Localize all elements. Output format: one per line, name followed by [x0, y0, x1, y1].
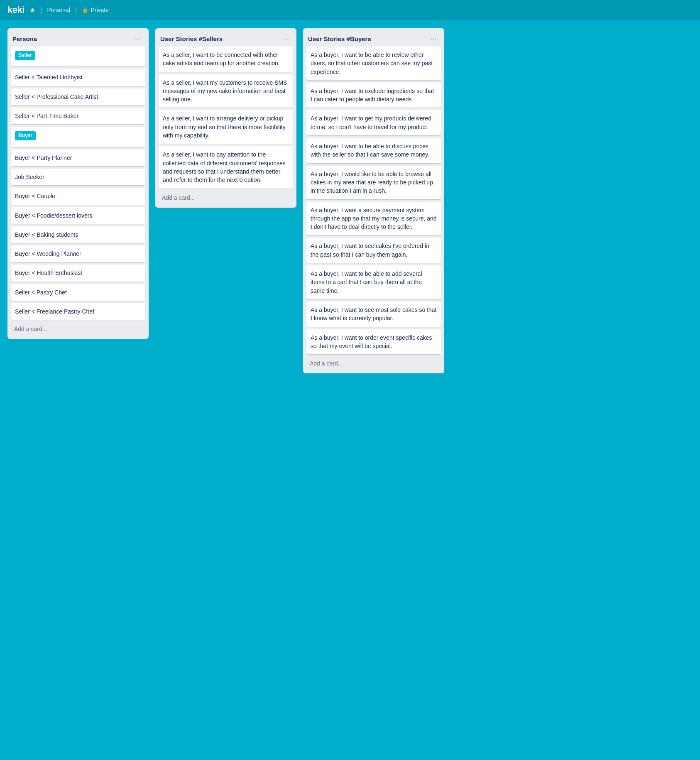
badge-buyer: Buyer [15, 131, 36, 140]
card-user-stories-buyers-1[interactable]: As a buyer, I want to exclude ingredient… [306, 83, 441, 108]
card-persona-0[interactable]: Seller [11, 47, 145, 66]
app-logo: keki [7, 5, 24, 15]
card-user-stories-buyers-7[interactable]: As a buyer, I want to be able to add sev… [306, 265, 441, 299]
card-user-stories-sellers-1[interactable]: As a seller, I want my customers to rece… [159, 74, 293, 108]
column-user-stories-buyers: User Stories #Buyers···As a buyer, I wan… [303, 28, 444, 373]
column-user-stories-sellers: User Stories #Sellers···As a seller, I w… [155, 28, 296, 208]
card-persona-8[interactable]: Buyer < Foodie/dessert lovers [11, 207, 145, 224]
column-menu-button-user-stories-sellers[interactable]: ··· [280, 34, 291, 43]
card-user-stories-buyers-0[interactable]: As a buyer, I want to be able to review … [306, 47, 441, 80]
card-persona-5[interactable]: Buyer < Party Planner [11, 150, 145, 166]
card-user-stories-sellers-2[interactable]: As a seller, I want to arrange delivery … [159, 110, 293, 144]
column-title-persona: Persona [12, 35, 37, 42]
privacy-label[interactable]: 🔒 Private [82, 7, 109, 13]
card-user-stories-buyers-4[interactable]: As a buyer, I would like to be able to b… [306, 166, 441, 199]
board: Persona···SellerSeller < Talented Hobbyi… [0, 20, 700, 382]
app-header: keki ★ | Personal | 🔒 Private [0, 0, 700, 20]
card-persona-13[interactable]: Seller < Freelance Pastry Chef [11, 303, 145, 320]
card-persona-10[interactable]: Buyer < Wedding Planner [11, 245, 145, 262]
column-menu-button-persona[interactable]: ··· [132, 34, 144, 43]
card-user-stories-sellers-3[interactable]: As a seller, I want to pay attention to … [159, 146, 293, 188]
header-divider: | [40, 6, 42, 15]
column-header-user-stories-buyers: User Stories #Buyers··· [306, 32, 441, 47]
column-title-user-stories-sellers: User Stories #Sellers [160, 35, 223, 42]
badge-seller: Seller [15, 51, 35, 60]
card-persona-2[interactable]: Seller < Professional Cake Artist [11, 88, 145, 105]
column-header-user-stories-sellers: User Stories #Sellers··· [159, 32, 293, 47]
card-persona-11[interactable]: Buyer < Health Enthusiast [11, 265, 145, 281]
lock-icon: 🔒 [82, 7, 88, 13]
card-persona-7[interactable]: Buyer < Couple [11, 188, 145, 204]
card-user-stories-buyers-2[interactable]: As a buyer, I want to get my products de… [306, 110, 441, 135]
column-header-persona: Persona··· [11, 32, 145, 47]
card-user-stories-buyers-6[interactable]: As a buyer, I want to see cakes I've ord… [306, 238, 441, 263]
card-persona-1[interactable]: Seller < Talented Hobbyist [11, 69, 145, 86]
column-persona: Persona···SellerSeller < Talented Hobbyi… [7, 28, 149, 339]
card-persona-3[interactable]: Seller < Part-Time Baker [11, 108, 145, 124]
card-persona-4[interactable]: Buyer [11, 127, 145, 147]
personal-label[interactable]: Personal [47, 7, 70, 13]
column-menu-button-user-stories-buyers[interactable]: ··· [428, 34, 439, 43]
card-user-stories-buyers-3[interactable]: As a buyer, I want to be able to discuss… [306, 138, 441, 163]
card-persona-9[interactable]: Buyer < Baking students [11, 226, 145, 243]
card-user-stories-sellers-0[interactable]: As a seller, I want to be connected with… [159, 47, 293, 72]
add-card-button-user-stories-sellers[interactable]: Add a card... [159, 191, 293, 204]
card-user-stories-buyers-9[interactable]: As a buyer, I want to order event specif… [306, 329, 441, 355]
card-persona-12[interactable]: Seller < Pastry Chef [11, 284, 145, 301]
star-icon[interactable]: ★ [29, 6, 35, 14]
add-card-button-persona[interactable]: Add a card... [11, 322, 145, 336]
card-persona-6[interactable]: Job Seeker [11, 169, 145, 185]
column-title-user-stories-buyers: User Stories #Buyers [308, 35, 371, 42]
card-user-stories-buyers-8[interactable]: As a buyer, I want to see most sold cake… [306, 302, 441, 327]
card-user-stories-buyers-5[interactable]: As a buyer, I want a secure payment syst… [306, 202, 441, 235]
private-label-text: Private [91, 7, 109, 13]
header-divider-2: | [75, 6, 77, 15]
add-card-button-user-stories-buyers[interactable]: Add a card... [306, 357, 441, 370]
